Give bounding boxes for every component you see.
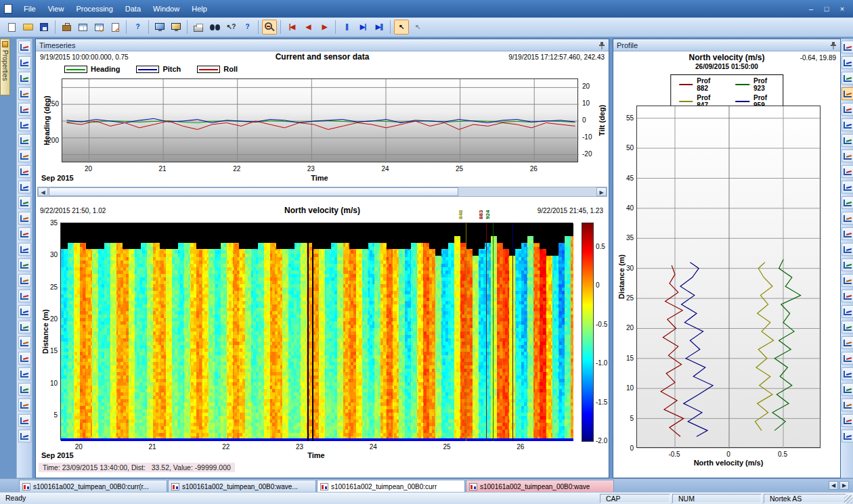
document-tab-2[interactable]: s100161a002_tuimpean_00B0:wave... <box>168 480 316 492</box>
scrollbar-right-arrow[interactable]: ▶ <box>596 187 607 196</box>
window-minimize-button[interactable]: – <box>804 3 818 15</box>
plot-tool-right-15-button[interactable] <box>841 258 853 271</box>
menu-view[interactable]: View <box>42 2 70 16</box>
resize-grip[interactable] <box>844 495 852 503</box>
select-cursor-button[interactable]: ↖ <box>394 20 409 35</box>
open-file-button[interactable] <box>20 20 35 35</box>
north-velocity-heatmap-canvas[interactable] <box>61 223 573 441</box>
plot-tool-right-20-button[interactable] <box>841 336 853 349</box>
plot-tool-right-19-button[interactable] <box>841 321 853 334</box>
plot-tool-left-15-button[interactable] <box>18 258 31 271</box>
velocity-profile-plot-area[interactable] <box>636 106 821 448</box>
plot-tool-right-10-button[interactable] <box>841 181 853 193</box>
plot-tool-left-12-button[interactable] <box>18 212 31 225</box>
menu-window[interactable]: Window <box>147 2 185 16</box>
plot-tool-right-4-button[interactable] <box>841 87 853 100</box>
plot-tool-right-8-button[interactable] <box>841 150 853 162</box>
plot-tool-right-16-button[interactable] <box>841 274 853 287</box>
plot-tool-left-8-button[interactable] <box>18 150 31 162</box>
menu-help[interactable]: Help <box>185 2 213 16</box>
plot-tool-left-24-button[interactable] <box>18 398 31 411</box>
plot-tool-right-6-button[interactable] <box>841 118 853 131</box>
plot-tool-right-25-button[interactable] <box>841 414 853 427</box>
menu-processing[interactable]: Processing <box>70 2 118 16</box>
new-document-button[interactable] <box>4 20 19 35</box>
plot-tool-left-16-button[interactable] <box>18 274 31 287</box>
menu-data[interactable]: Data <box>119 2 147 16</box>
tab-scroll-right-button[interactable]: ▶ <box>839 481 849 490</box>
document-edit-button[interactable] <box>108 20 123 35</box>
plot-tool-right-1-button[interactable] <box>841 41 853 53</box>
plot-tool-right-12-button[interactable] <box>841 212 853 225</box>
plot-tool-left-7-button[interactable] <box>18 134 31 147</box>
document-tab-1[interactable]: s100161a002_tuimpean_00B0:curr(r... <box>19 480 167 492</box>
plot-tool-left-5-button[interactable] <box>18 103 31 116</box>
plot-tool-right-14-button[interactable] <box>841 243 853 256</box>
plot-tool-left-13-button[interactable] <box>18 227 31 240</box>
step-forward-button[interactable]: ▶| <box>355 20 370 35</box>
profile-panel-header[interactable]: Profile <box>613 39 840 51</box>
plot-tool-left-1-button[interactable] <box>18 41 31 53</box>
context-help-button[interactable]: ↖? <box>223 20 238 35</box>
document-tab-3[interactable]: s100161a002_tuimpean_00B0:curr <box>317 480 465 492</box>
plot-tool-left-20-button[interactable] <box>18 336 31 349</box>
plot-tool-right-5-button[interactable] <box>841 103 853 116</box>
plot-tool-right-11-button[interactable] <box>841 196 853 209</box>
plot-tool-left-6-button[interactable] <box>18 118 31 131</box>
step-back-button[interactable]: ◀ <box>301 20 315 35</box>
plot-tool-right-26-button[interactable] <box>841 430 853 442</box>
pin-icon[interactable] <box>830 41 837 49</box>
plot-tool-right-13-button[interactable] <box>841 227 853 240</box>
data-grid-button[interactable] <box>75 20 90 35</box>
plot-tool-left-9-button[interactable] <box>18 165 31 178</box>
plot-tool-left-22-button[interactable] <box>18 367 31 380</box>
sensor-timeseries-plot-area[interactable] <box>62 78 578 162</box>
plot-tool-left-26-button[interactable] <box>18 430 31 442</box>
timeseries-panel-header[interactable]: Timeseries <box>36 39 609 51</box>
go-first-button[interactable]: |◀ <box>284 20 299 35</box>
window-restore-button[interactable]: □ <box>820 3 833 15</box>
menu-file[interactable]: File <box>18 2 42 16</box>
plot-tool-right-7-button[interactable] <box>841 134 853 147</box>
plot-tool-right-17-button[interactable] <box>841 290 853 302</box>
properties-tab[interactable]: Properties <box>0 39 10 95</box>
plot-tool-right-23-button[interactable] <box>841 383 853 396</box>
pointer-button[interactable]: ↖ <box>410 20 425 35</box>
tab-scroll-left-button[interactable]: ◀ <box>829 481 838 490</box>
pause-button[interactable]: || <box>339 20 354 35</box>
plot-tool-left-2-button[interactable] <box>18 56 31 69</box>
go-last-button[interactable]: ▶|| <box>372 20 387 35</box>
plot-tool-right-21-button[interactable] <box>841 352 853 365</box>
workspace-button[interactable] <box>59 20 74 35</box>
plot-tool-right-9-button[interactable] <box>841 165 853 178</box>
save-button[interactable] <box>37 20 51 35</box>
plot-tool-left-19-button[interactable] <box>18 321 31 334</box>
plot-tool-left-10-button[interactable] <box>18 181 31 193</box>
plot-tool-left-23-button[interactable] <box>18 383 31 396</box>
plot-tool-left-3-button[interactable] <box>18 72 31 85</box>
timeseries-horizontal-scrollbar[interactable]: ◀ ▶ <box>37 187 607 197</box>
pin-icon[interactable] <box>598 41 605 49</box>
plot-tool-right-3-button[interactable] <box>841 72 853 85</box>
plot-tool-right-24-button[interactable] <box>841 398 853 411</box>
scrollbar-left-arrow[interactable]: ◀ <box>38 187 48 196</box>
display-setup-button[interactable] <box>152 20 167 35</box>
print-button[interactable] <box>191 20 206 35</box>
plot-tool-right-22-button[interactable] <box>841 367 853 380</box>
play-button[interactable]: ▶ <box>317 20 332 35</box>
display-chart-button[interactable] <box>169 20 183 35</box>
help-button[interactable]: ? <box>130 20 145 35</box>
plot-tool-left-17-button[interactable] <box>18 290 31 302</box>
find-button[interactable] <box>207 20 222 35</box>
grid-edit-button[interactable] <box>91 20 106 35</box>
plot-tool-left-25-button[interactable] <box>18 414 31 427</box>
window-close-button[interactable]: × <box>835 3 849 15</box>
plot-tool-left-21-button[interactable] <box>18 352 31 365</box>
plot-tool-left-14-button[interactable] <box>18 243 31 256</box>
plot-tool-left-18-button[interactable] <box>18 305 31 318</box>
north-velocity-heatmap-plot-area[interactable] <box>60 223 573 440</box>
plot-tool-right-18-button[interactable] <box>841 305 853 318</box>
scrollbar-thumb[interactable] <box>49 187 458 196</box>
plot-tool-left-11-button[interactable] <box>18 196 31 209</box>
plot-tool-right-2-button[interactable] <box>841 56 853 69</box>
